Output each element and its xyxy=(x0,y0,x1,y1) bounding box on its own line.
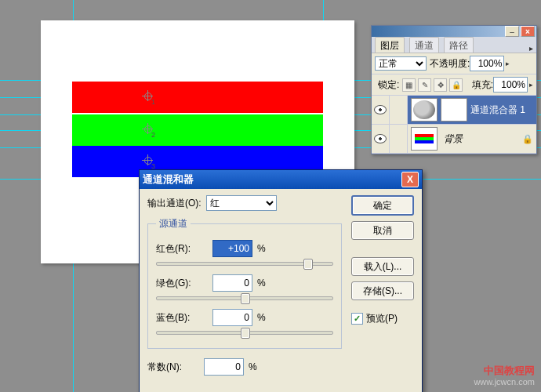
source-channels-fieldset: 源通道 红色(R): % 绿色(G): % xyxy=(147,217,342,349)
save-button[interactable]: 存储(S)... xyxy=(351,281,414,300)
lock-fill-row: 锁定: ▦ ✎ ✥ 🔒 填充: ▸ xyxy=(372,74,536,96)
green-slider[interactable] xyxy=(156,292,333,303)
preview-checkbox[interactable]: ✓ xyxy=(351,313,363,325)
eye-icon[interactable] xyxy=(374,105,387,114)
layer-row-adjustment[interactable]: 通道混合器 1 xyxy=(372,96,536,125)
blend-mode-select[interactable]: 正常 xyxy=(375,56,427,71)
fill-label: 填充: xyxy=(472,78,493,92)
panel-close-button[interactable]: × xyxy=(521,26,535,37)
watermark-url: www.jcwcn.com xyxy=(474,377,535,387)
link-cell[interactable] xyxy=(390,125,408,153)
tab-layers[interactable]: 图层 xyxy=(375,37,405,53)
dialog-title: 通道混和器 xyxy=(143,172,194,187)
percent-label: % xyxy=(257,312,268,323)
green-label: 绿色(G): xyxy=(156,277,208,290)
eye-icon[interactable] xyxy=(374,134,387,143)
watermark: 中国教程网 www.jcwcn.com xyxy=(474,365,535,387)
panel-menu-icon[interactable]: ▸ xyxy=(529,44,533,53)
stripe-red xyxy=(72,82,323,113)
tab-channels[interactable]: 通道 xyxy=(409,37,439,53)
percent-label: % xyxy=(257,278,268,289)
fill-input[interactable] xyxy=(493,77,528,93)
constant-value-input[interactable] xyxy=(204,358,244,376)
adjustment-thumb[interactable] xyxy=(411,98,438,122)
lock-transparency-icon[interactable]: ▦ xyxy=(402,78,416,92)
layers-panel: – × 图层 通道 路径 ▸ 正常 不透明度: ▸ 锁定: ▦ ✎ ✥ 🔒 填充… xyxy=(371,25,537,154)
dialog-close-button[interactable]: X xyxy=(401,172,419,187)
lock-all-icon[interactable]: 🔒 xyxy=(449,78,463,92)
percent-label: % xyxy=(249,361,260,372)
blend-opacity-row: 正常 不透明度: ▸ xyxy=(372,53,536,74)
chevron-right-icon[interactable]: ▸ xyxy=(506,60,510,67)
ok-button[interactable]: 确定 xyxy=(351,195,414,216)
blue-slider[interactable] xyxy=(156,326,333,337)
red-value-input[interactable] xyxy=(212,240,252,257)
opacity-input[interactable] xyxy=(470,56,504,71)
cancel-button[interactable]: 取消 xyxy=(351,221,414,240)
load-button[interactable]: 载入(L)... xyxy=(351,257,414,276)
source-legend: 源通道 xyxy=(156,217,191,230)
lock-label: 锁定: xyxy=(378,78,399,92)
chevron-right-icon[interactable]: ▸ xyxy=(529,81,533,89)
layer-thumb[interactable] xyxy=(411,127,438,151)
tab-paths[interactable]: 路径 xyxy=(444,37,474,53)
preview-label: 预览(P) xyxy=(366,312,398,325)
panel-minimize-button[interactable]: – xyxy=(505,26,519,37)
panel-tabs: 图层 通道 路径 ▸ xyxy=(372,37,536,53)
layer-name[interactable]: 通道混合器 1 xyxy=(467,103,536,117)
opacity-label: 不透明度: xyxy=(430,57,470,71)
lock-indicator-icon: 🔒 xyxy=(522,134,533,144)
percent-label: % xyxy=(257,243,268,254)
red-slider[interactable] xyxy=(156,257,333,268)
watermark-brand: 中国教程网 xyxy=(474,365,535,377)
lock-brush-icon[interactable]: ✎ xyxy=(418,78,431,92)
green-value-input[interactable] xyxy=(212,274,252,292)
link-cell[interactable] xyxy=(390,96,408,124)
blue-value-input[interactable] xyxy=(212,309,252,326)
constant-label: 常数(N): xyxy=(147,361,199,374)
layer-name[interactable]: 背景 xyxy=(441,132,522,146)
output-channel-label: 输出通道(O): xyxy=(147,197,202,210)
mask-thumb[interactable] xyxy=(441,98,467,122)
lock-move-icon[interactable]: ✥ xyxy=(434,78,447,92)
panel-titlebar[interactable]: – × xyxy=(372,26,536,37)
layer-row-background[interactable]: 背景 🔒 xyxy=(372,125,536,154)
dialog-titlebar[interactable]: 通道混和器 X xyxy=(140,170,422,189)
channel-mixer-dialog: 通道混和器 X 输出通道(O): 红 源通道 红色(R): % xyxy=(139,169,423,392)
red-label: 红色(R): xyxy=(156,242,208,256)
layer-list: 通道混合器 1 背景 🔒 xyxy=(372,96,536,154)
output-channel-select[interactable]: 红 xyxy=(206,195,277,211)
stripe-green xyxy=(72,114,323,146)
blue-label: 蓝色(B): xyxy=(156,311,208,325)
